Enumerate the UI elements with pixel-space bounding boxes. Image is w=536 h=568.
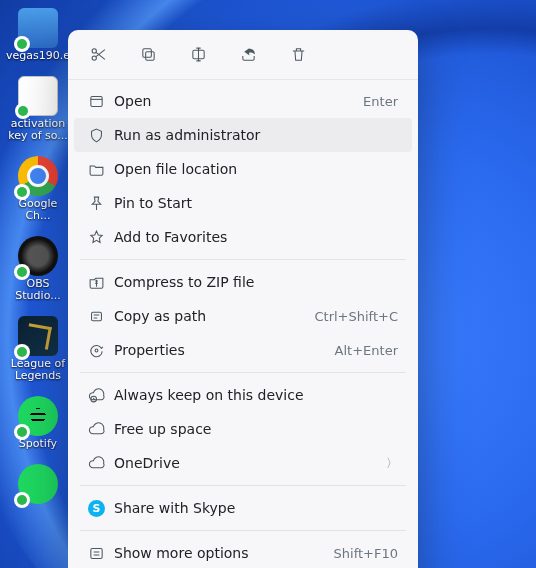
properties-icon: [88, 342, 114, 359]
menu-item-label: Free up space: [114, 421, 398, 437]
menu-item-label: Open file location: [114, 161, 398, 177]
sync-check-badge: [14, 36, 30, 52]
menu-item-run-as-administrator[interactable]: Run as administrator: [74, 118, 412, 152]
menu-item-onedrive[interactable]: OneDrive 〉: [74, 446, 412, 480]
icon-label: vegas190.ex...: [6, 50, 70, 62]
icon-label: Google Ch...: [6, 198, 70, 222]
context-menu: Open Enter Run as administrator Open fil…: [68, 30, 418, 568]
share-icon: [240, 46, 257, 63]
menu-item-show-more-options[interactable]: Show more options Shift+F10: [74, 536, 412, 568]
svg-rect-2: [145, 52, 154, 61]
copy-path-icon: [88, 308, 114, 325]
menu-separator: [80, 485, 406, 486]
desktop-icon-spotify[interactable]: Spotify: [6, 396, 70, 450]
menu-item-always-keep[interactable]: Always keep on this device: [74, 378, 412, 412]
trash-icon: [290, 46, 307, 63]
sync-check-badge: [14, 344, 30, 360]
obs-icon: [18, 236, 58, 276]
sync-check-badge: [14, 184, 30, 200]
svg-point-1: [92, 56, 96, 60]
cloud-free-icon: [88, 421, 114, 438]
menu-item-hint: Enter: [363, 94, 398, 109]
more-icon: [88, 545, 114, 562]
menu-item-label: Open: [114, 93, 363, 109]
icon-label: activation key of so...: [6, 118, 70, 142]
svg-point-7: [95, 349, 98, 352]
chrome-icon: [18, 156, 58, 196]
menu-item-label: Compress to ZIP file: [114, 274, 398, 290]
chevron-right-icon: 〉: [386, 455, 398, 472]
menu-item-label: Always keep on this device: [114, 387, 398, 403]
menu-item-label: Share with Skype: [114, 500, 398, 516]
onedrive-icon: [88, 455, 114, 472]
svg-rect-3: [142, 49, 151, 58]
sync-check-badge: [15, 103, 31, 119]
spotify-icon: [18, 396, 58, 436]
cut-button[interactable]: [86, 43, 110, 67]
menu-separator: [80, 530, 406, 531]
menu-item-pin-to-start[interactable]: Pin to Start: [74, 186, 412, 220]
context-menu-list: Open Enter Run as administrator Open fil…: [68, 80, 418, 568]
copy-icon: [140, 46, 157, 63]
folder-open-icon: [88, 161, 114, 178]
copy-button[interactable]: [136, 43, 160, 67]
desktop-icon-league[interactable]: League of Legends: [6, 316, 70, 382]
svg-point-0: [92, 49, 96, 53]
menu-item-add-to-favorites[interactable]: Add to Favorites: [74, 220, 412, 254]
menu-item-label: Run as administrator: [114, 127, 398, 143]
svg-rect-9: [91, 548, 102, 558]
menu-item-copy-as-path[interactable]: Copy as path Ctrl+Shift+C: [74, 299, 412, 333]
rename-button[interactable]: [186, 43, 210, 67]
menu-item-label: Show more options: [114, 545, 334, 561]
sync-check-badge: [14, 264, 30, 280]
desktop-icon-chrome[interactable]: Google Ch...: [6, 156, 70, 222]
icon-label: OBS Studio...: [6, 278, 70, 302]
desktop-icon-obs[interactable]: OBS Studio...: [6, 236, 70, 302]
desktop-icon-activation-key[interactable]: activation key of so...: [6, 76, 70, 142]
textfile-icon: [18, 76, 58, 116]
menu-item-open-file-location[interactable]: Open file location: [74, 152, 412, 186]
open-icon: [88, 93, 114, 110]
desktop-icons-column: vegas190.ex... activation key of so... G…: [6, 8, 70, 506]
skype-icon: S: [88, 500, 114, 517]
menu-item-label: Copy as path: [114, 308, 314, 324]
menu-item-share-skype[interactable]: S Share with Skype: [74, 491, 412, 525]
spotify-icon: [18, 464, 58, 504]
share-button[interactable]: [236, 43, 260, 67]
app-icon: [18, 8, 58, 48]
delete-button[interactable]: [286, 43, 310, 67]
menu-item-open[interactable]: Open Enter: [74, 84, 412, 118]
icon-label: League of Legends: [6, 358, 70, 382]
scissors-icon: [90, 46, 107, 63]
sync-check-badge: [14, 492, 30, 508]
star-icon: [88, 229, 114, 246]
shield-icon: [88, 127, 114, 144]
zip-icon: [88, 274, 114, 291]
menu-separator: [80, 259, 406, 260]
menu-item-hint: Alt+Enter: [335, 343, 398, 358]
menu-item-compress-zip[interactable]: Compress to ZIP file: [74, 265, 412, 299]
desktop-icon-spotify-2[interactable]: [6, 464, 70, 506]
svg-rect-6: [92, 312, 102, 321]
menu-item-hint: Shift+F10: [334, 546, 398, 561]
cloud-sync-icon: [88, 387, 114, 404]
desktop[interactable]: vegas190.ex... activation key of so... G…: [0, 0, 536, 568]
pin-icon: [88, 195, 114, 212]
menu-item-properties[interactable]: Properties Alt+Enter: [74, 333, 412, 367]
menu-item-label: OneDrive: [114, 455, 386, 471]
context-menu-toolbar: [68, 30, 418, 80]
menu-item-free-up-space[interactable]: Free up space: [74, 412, 412, 446]
desktop-icon-vegas[interactable]: vegas190.ex...: [6, 8, 70, 62]
menu-item-hint: Ctrl+Shift+C: [314, 309, 398, 324]
menu-item-label: Pin to Start: [114, 195, 398, 211]
lol-icon: [18, 316, 58, 356]
sync-check-badge: [14, 424, 30, 440]
menu-item-label: Add to Favorites: [114, 229, 398, 245]
svg-rect-5: [91, 96, 102, 106]
rename-icon: [190, 46, 207, 63]
menu-separator: [80, 372, 406, 373]
icon-label: Spotify: [19, 438, 57, 450]
menu-item-label: Properties: [114, 342, 335, 358]
